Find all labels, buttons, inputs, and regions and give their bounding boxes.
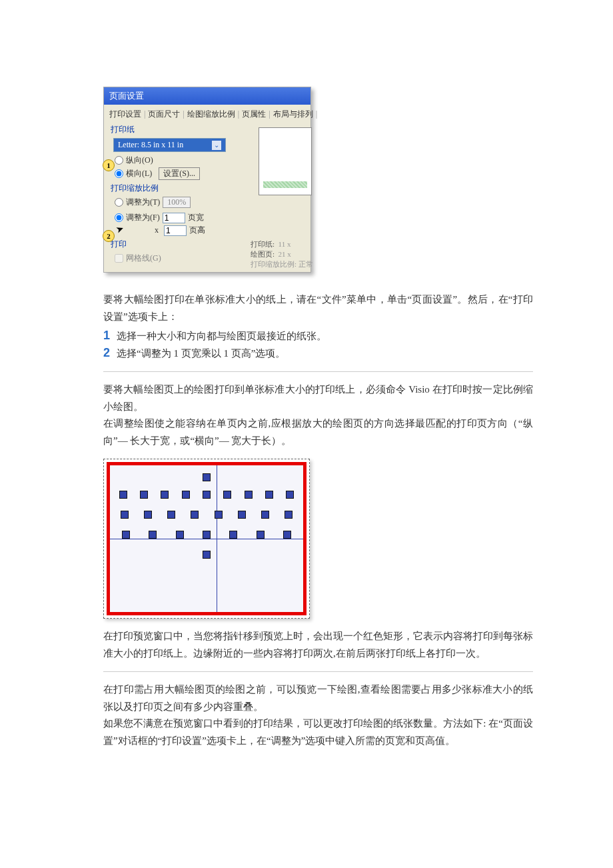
dialog-title: 页面设置 xyxy=(104,87,310,105)
divider xyxy=(103,371,533,372)
callout-1: 1 xyxy=(103,159,115,171)
paragraph-red-rect: 在打印预览窗口中，当您将指针移到预览上时，会出现一个红色矩形，它表示内容将打印到… xyxy=(103,628,533,662)
step-number-2: 2 xyxy=(103,346,113,360)
dialog-tabs: 打印设置|页面尺寸|绘图缩放比例|页属性|布局与排列| xyxy=(109,109,305,120)
paper-size-select[interactable]: Letter: 8.5 in x 11 in ⌄ xyxy=(113,138,226,152)
fit-width-label: 页宽 xyxy=(188,212,204,223)
fit-width-input[interactable] xyxy=(163,213,185,223)
gridlines-checkbox[interactable] xyxy=(115,254,123,263)
callout-2: 2 xyxy=(103,230,115,242)
chevron-down-icon: ⌄ xyxy=(212,141,221,150)
page-setup-dialog-figure: 页面设置 打印设置|页面尺寸|绘图缩放比例|页属性|布局与排列| 打印纸 Let… xyxy=(103,87,311,273)
gridlines-label: 网格线(G) xyxy=(126,253,161,264)
print-preview-figure xyxy=(103,459,310,619)
fit-to-label: 调整为(F) xyxy=(126,212,160,223)
adjust-percent-input[interactable]: 100% xyxy=(163,197,191,208)
paragraph-scale: 要将大幅绘图页上的绘图打印到单张标准大小的打印纸上，必须命令 Visio 在打印… xyxy=(103,381,533,415)
dialog-body: 打印设置|页面尺寸|绘图缩放比例|页属性|布局与排列| 打印纸 Letter: … xyxy=(104,105,310,272)
print-preview-inner xyxy=(107,462,306,615)
divider-2 xyxy=(103,671,533,672)
paragraph-preview: 在打印需占用大幅绘图页的绘图之前，可以预览一下绘图,查看绘图需要占用多少张标准大… xyxy=(103,681,533,715)
adjust-to-label: 调整为(T) xyxy=(126,197,160,208)
print-info: 打印纸: 11 x 绘图页: 21 x 打印缩放比例: 正常 xyxy=(251,239,310,269)
fit-to-radio[interactable] xyxy=(115,213,123,222)
paper-preview xyxy=(259,127,312,195)
landscape-radio[interactable] xyxy=(115,169,123,178)
paper-size-value: Letter: 8.5 in x 11 in xyxy=(118,140,183,150)
tab-draw-scale[interactable]: 绘图缩放比例 xyxy=(187,109,235,119)
paragraph-intro: 要将大幅绘图打印在单张标准大小的纸上，请在“文件”菜单中，单击“页面设置”。然后… xyxy=(103,291,533,325)
adjust-to-radio[interactable] xyxy=(115,198,123,207)
settings-button[interactable]: 设置(S)... xyxy=(159,167,200,180)
cursor-icon: ➤ xyxy=(114,222,125,235)
step-1-text: 选择一种大小和方向都与绘图页最接近的纸张。 xyxy=(117,328,326,345)
tab-layout[interactable]: 布局与排列 xyxy=(273,109,313,119)
step-2-text: 选择“调整为 1 页宽乘以 1 页高”选项。 xyxy=(117,345,285,363)
paragraph-adjust: 如果您不满意在预览窗口中看到的打印结果，可以更改打印绘图的纸张数量。方法如下: … xyxy=(103,715,533,749)
paragraph-orientation: 在调整绘图使之能容纳在单页内之前,应根据放大的绘图页的方向选择最匹配的打印页方向… xyxy=(103,415,533,449)
portrait-radio[interactable] xyxy=(115,156,123,165)
tab-page-props[interactable]: 页属性 xyxy=(242,109,266,119)
portrait-label: 纵向(O) xyxy=(126,155,153,166)
fit-mult-label: x xyxy=(125,225,161,235)
tab-print-setup[interactable]: 打印设置 xyxy=(109,109,141,119)
fit-height-input[interactable] xyxy=(164,225,187,236)
numbered-steps: 1 选择一种大小和方向都与绘图页最接近的纸张。 2 选择“调整为 1 页宽乘以 … xyxy=(103,328,533,362)
fit-height-label: 页高 xyxy=(189,225,205,236)
landscape-label: 横向(L) xyxy=(126,168,152,179)
tab-page-size[interactable]: 页面尺寸 xyxy=(148,109,180,119)
step-number-1: 1 xyxy=(103,329,113,343)
